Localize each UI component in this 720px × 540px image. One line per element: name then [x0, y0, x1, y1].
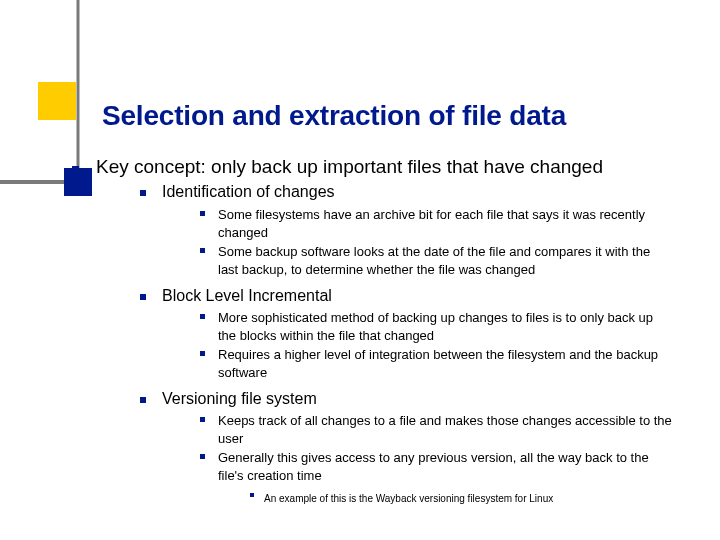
bullet-level3: More sophisticated method of backing up …	[200, 308, 672, 344]
bullet-level3: Generally this gives access to any previ…	[200, 448, 672, 506]
bullet-text: Keeps track of all changes to a file and…	[218, 413, 672, 446]
slide-body: Key concept: only back up important file…	[72, 156, 672, 520]
bullet-text: Some backup software looks at the date o…	[218, 244, 650, 277]
bullet-level2: Identification of changes Some filesyste…	[140, 182, 672, 283]
square-bullet-icon	[72, 166, 79, 173]
bullet-text: An example of this is the Wayback versio…	[264, 493, 553, 504]
slide: Selection and extraction of file data Ke…	[0, 0, 720, 540]
square-bullet-icon	[200, 314, 205, 319]
bullet-text: Key concept: only back up important file…	[96, 156, 603, 177]
bullet-text: Identification of changes	[162, 183, 335, 200]
bullet-text: Generally this gives access to any previ…	[218, 450, 649, 483]
bullet-level2: Versioning file system Keeps track of al…	[140, 389, 672, 512]
bullet-level2: Block Level Incremental More sophisticat…	[140, 286, 672, 387]
square-bullet-icon	[140, 294, 146, 300]
square-bullet-icon	[250, 493, 254, 497]
square-bullet-icon	[140, 397, 146, 403]
square-bullet-icon	[200, 351, 205, 356]
square-bullet-icon	[140, 190, 146, 196]
bullet-text: Versioning file system	[162, 390, 317, 407]
bullet-text: Requires a higher level of integration b…	[218, 347, 658, 380]
bullet-level3: Keeps track of all changes to a file and…	[200, 411, 672, 447]
square-bullet-icon	[200, 454, 205, 459]
bullet-level3: Requires a higher level of integration b…	[200, 345, 672, 381]
bullet-text: More sophisticated method of backing up …	[218, 310, 653, 343]
square-bullet-icon	[200, 248, 205, 253]
slide-title: Selection and extraction of file data	[102, 100, 566, 132]
svg-rect-0	[38, 82, 76, 120]
square-bullet-icon	[200, 211, 205, 216]
bullet-level1: Key concept: only back up important file…	[72, 156, 672, 514]
bullet-text: Some filesystems have an archive bit for…	[218, 207, 645, 240]
bullet-level3: Some backup software looks at the date o…	[200, 242, 672, 278]
square-bullet-icon	[200, 417, 205, 422]
bullet-text: Block Level Incremental	[162, 287, 332, 304]
bullet-level3: Some filesystems have an archive bit for…	[200, 205, 672, 241]
bullet-level4: An example of this is the Wayback versio…	[250, 488, 672, 506]
